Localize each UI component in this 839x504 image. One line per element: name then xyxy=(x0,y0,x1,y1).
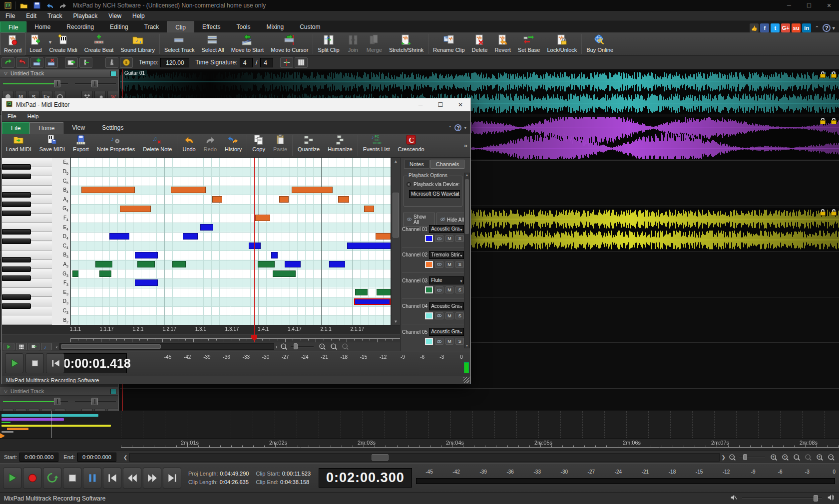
channel-eye-button[interactable] xyxy=(435,235,443,242)
redo-icon[interactable] xyxy=(58,1,68,9)
channel-mute-button[interactable]: M xyxy=(445,338,454,345)
volume-slider-thumb[interactable] xyxy=(54,80,60,87)
volume-slider[interactable] xyxy=(742,498,822,499)
piano-black-key[interactable] xyxy=(2,229,31,235)
midi-stop-button[interactable] xyxy=(25,353,44,373)
panel-scroll-down-arrow[interactable]: ▼ xyxy=(464,344,469,347)
zoom-project-button[interactable] xyxy=(792,453,802,462)
channel-color-swatch[interactable] xyxy=(425,261,433,268)
scroll-up-arrow[interactable]: ▲ xyxy=(392,158,400,164)
scroll-down-arrow[interactable]: ▼ xyxy=(392,319,400,324)
piano-black-key[interactable] xyxy=(2,211,31,216)
midi-ruler[interactable] xyxy=(2,334,400,342)
clip-lock-icon[interactable] xyxy=(820,71,826,78)
collapse-track-icon[interactable]: ▽ xyxy=(4,71,7,76)
volume-slider-thumb[interactable] xyxy=(814,495,818,502)
track-header[interactable]: ▽Untitled Track xyxy=(0,69,119,78)
vscroll-thumb[interactable] xyxy=(393,193,399,238)
speaker-icon[interactable] xyxy=(827,494,834,503)
midi-note[interactable] xyxy=(273,270,296,277)
copy-button[interactable]: Copy xyxy=(248,134,269,157)
transport-play-button[interactable] xyxy=(3,468,21,489)
tab-tools[interactable]: Tools xyxy=(228,21,258,32)
zoom-selection-button[interactable]: + xyxy=(780,453,790,462)
midi-note[interactable] xyxy=(355,289,368,295)
channel-mute-button[interactable]: M xyxy=(445,235,454,242)
note-tool-button[interactable]: ♪ xyxy=(41,343,52,350)
sound-library-button[interactable]: ♪Sound Library xyxy=(117,32,158,55)
piano-black-key[interactable] xyxy=(2,294,31,300)
toolbar-overflow-chevron[interactable]: » xyxy=(464,142,470,149)
collapse-ribbon-icon[interactable]: ⌃ xyxy=(815,25,819,31)
timesig-denominator-field[interactable]: 4 xyxy=(260,58,273,67)
overview-playhead[interactable] xyxy=(51,411,51,438)
piano-black-key[interactable] xyxy=(2,192,31,198)
set-base-button[interactable]: Set Base xyxy=(514,32,544,55)
pan-slider-thumb[interactable] xyxy=(91,398,98,405)
midi-scroll-right-arrow[interactable]: › xyxy=(276,344,278,350)
tempo-field[interactable]: 120.00 xyxy=(160,58,189,67)
clip-lock-icon[interactable] xyxy=(831,118,837,124)
show-velocity-button[interactable] xyxy=(28,343,39,350)
midi-note[interactable] xyxy=(135,252,158,258)
crescendo-button[interactable]: CCrescendo xyxy=(394,134,428,157)
midi-note[interactable] xyxy=(354,298,391,305)
select-all-button[interactable]: Select All xyxy=(198,32,227,55)
channel-color-swatch[interactable] xyxy=(425,286,433,293)
open-icon[interactable] xyxy=(19,1,29,9)
menu-view[interactable]: View xyxy=(103,11,127,21)
like-icon[interactable]: 👍 xyxy=(750,23,759,32)
mute-speaker-icon[interactable] xyxy=(730,494,737,503)
zoom-in-button[interactable]: + xyxy=(769,453,779,462)
piano-black-key[interactable] xyxy=(2,257,31,262)
googleplus-icon[interactable]: G+ xyxy=(781,23,790,32)
track-color-chip[interactable] xyxy=(110,71,116,76)
tab-custom[interactable]: Custom xyxy=(292,21,328,32)
move-to-cursor-button[interactable]: Move to Cursor xyxy=(267,32,312,55)
piano-black-key[interactable] xyxy=(2,266,31,272)
midi-note[interactable] xyxy=(249,243,261,249)
midi-note[interactable] xyxy=(200,224,213,231)
midi-note[interactable] xyxy=(212,196,222,203)
channel-color-swatch[interactable] xyxy=(425,235,433,242)
move-clip-button[interactable] xyxy=(79,57,92,68)
tab-home[interactable]: Home xyxy=(26,21,58,32)
channel-instrument-select[interactable]: Tremolo Strings▼ xyxy=(429,251,464,259)
scroll-right-arrow[interactable]: ❯ xyxy=(722,455,726,460)
midi-hscrollbar[interactable] xyxy=(59,343,274,350)
channel-eye-button[interactable] xyxy=(435,312,443,319)
channel-mute-button[interactable]: M xyxy=(445,261,454,268)
midi-zoom-slider-thumb[interactable] xyxy=(294,343,298,349)
clip-lock-icon[interactable] xyxy=(831,209,837,216)
export-button[interactable]: Export xyxy=(69,134,93,157)
menu-file[interactable]: File xyxy=(0,11,20,21)
events-list-button[interactable]: PCCC10100♪Events List xyxy=(359,134,394,157)
channel-instrument-select[interactable]: Flute▼ xyxy=(429,276,464,284)
track-header[interactable]: ▽Untitled Track xyxy=(0,387,119,396)
zoom-slider[interactable] xyxy=(739,457,765,458)
close-button[interactable]: ✕ xyxy=(819,0,839,11)
playback-device-radio[interactable] xyxy=(407,182,411,187)
channel-eye-button[interactable] xyxy=(435,286,443,293)
midi-note[interactable] xyxy=(172,261,186,267)
note-properties-button[interactable]: ♪Note Properties xyxy=(93,134,139,157)
record-button[interactable]: Record xyxy=(0,32,25,55)
metronome-button[interactable] xyxy=(105,57,118,68)
transport-loop-button[interactable] xyxy=(43,468,61,489)
zoom-slider-thumb[interactable] xyxy=(743,454,747,460)
channel-instrument-select[interactable]: Acoustic Grand Piano▼ xyxy=(429,302,464,310)
channel-color-swatch[interactable] xyxy=(425,312,433,319)
channel-color-swatch[interactable] xyxy=(425,338,433,345)
midi-scroll-left-arrow[interactable]: ‹ xyxy=(56,344,58,350)
midi-note[interactable] xyxy=(292,187,333,193)
transport-skip-start-button[interactable] xyxy=(103,468,121,489)
midi-hscroll-thumb[interactable] xyxy=(61,344,161,349)
load-dropdown-icon[interactable]: ▾ xyxy=(49,39,52,45)
midi-note[interactable] xyxy=(338,196,349,203)
midi-zoom-out-button[interactable]: − xyxy=(279,342,289,351)
undo-small-button[interactable] xyxy=(16,57,29,68)
transport-skip-end-button[interactable] xyxy=(163,468,181,489)
midi-note[interactable] xyxy=(120,206,151,212)
channel-eye-button[interactable] xyxy=(435,338,443,345)
clip-lock-icon[interactable] xyxy=(831,71,837,78)
